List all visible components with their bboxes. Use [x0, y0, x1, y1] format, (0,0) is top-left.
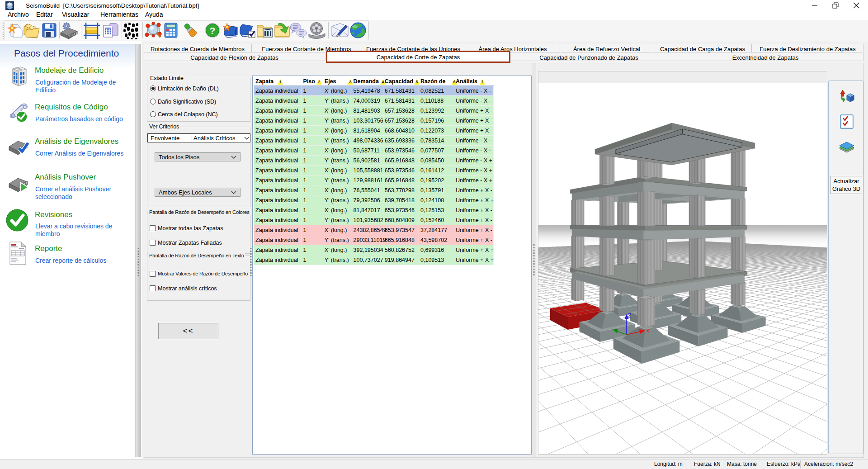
svg-text:x: x — [646, 327, 649, 334]
svg-text:Z: Z — [628, 313, 631, 319]
svg-text:?: ? — [210, 25, 216, 36]
